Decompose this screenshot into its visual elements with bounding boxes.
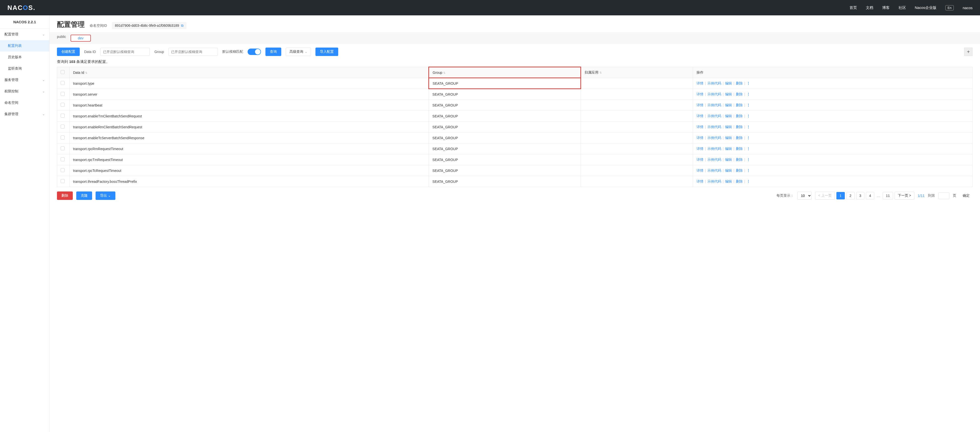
action-delete[interactable]: 删除	[736, 103, 743, 107]
action-detail[interactable]: 详情	[697, 103, 703, 107]
action-edit[interactable]: 编辑	[725, 103, 732, 107]
delete-button[interactable]: 删除	[57, 191, 73, 200]
action-edit[interactable]: 编辑	[725, 92, 732, 96]
jump-confirm-button[interactable]: 确定	[960, 192, 972, 199]
sidebar-item-listen-query[interactable]: 监听查询	[0, 63, 49, 74]
row-checkbox[interactable]	[60, 157, 65, 161]
action-example[interactable]: 示例代码	[707, 169, 721, 172]
action-more-icon[interactable]: ⋮	[747, 92, 751, 96]
fuzzy-switch[interactable]	[248, 49, 261, 55]
action-detail[interactable]: 详情	[697, 158, 703, 161]
dataid-input[interactable]	[100, 48, 150, 56]
action-detail[interactable]: 详情	[697, 169, 703, 172]
select-all-checkbox[interactable]	[60, 70, 65, 74]
advanced-search-button[interactable]: 高级查询 ⌄	[286, 48, 311, 56]
action-example[interactable]: 示例代码	[707, 103, 721, 107]
tab-dev[interactable]: dev	[70, 35, 91, 41]
pagesize-select[interactable]: 10	[797, 192, 811, 200]
row-checkbox[interactable]	[60, 81, 65, 85]
sidebar-group-auth[interactable]: 权限控制 ⌄	[0, 86, 49, 97]
action-example[interactable]: 示例代码	[707, 158, 721, 161]
action-delete[interactable]: 删除	[736, 179, 743, 183]
query-button[interactable]: 查询	[266, 48, 281, 56]
group-input[interactable]	[169, 48, 218, 56]
next-page-button[interactable]: 下一页 >	[894, 192, 915, 200]
action-example[interactable]: 示例代码	[707, 136, 721, 140]
action-detail[interactable]: 详情	[697, 147, 703, 151]
action-example[interactable]: 示例代码	[707, 179, 721, 183]
action-edit[interactable]: 编辑	[725, 81, 732, 85]
action-edit[interactable]: 编辑	[725, 147, 732, 151]
action-edit[interactable]: 编辑	[725, 179, 732, 183]
export-button[interactable]: 导出 ⌄	[95, 191, 115, 200]
action-more-icon[interactable]: ⋮	[747, 136, 751, 140]
action-edit[interactable]: 编辑	[725, 125, 732, 129]
action-more-icon[interactable]: ⋮	[747, 158, 751, 161]
action-edit[interactable]: 编辑	[725, 114, 732, 118]
action-example[interactable]: 示例代码	[707, 147, 721, 151]
topnav-home[interactable]: 首页	[850, 5, 857, 10]
action-more-icon[interactable]: ⋮	[747, 114, 751, 118]
action-delete[interactable]: 删除	[736, 125, 743, 129]
action-detail[interactable]: 详情	[697, 114, 703, 118]
col-group[interactable]: Group⇅	[429, 67, 581, 78]
action-example[interactable]: 示例代码	[707, 114, 721, 118]
row-checkbox[interactable]	[60, 124, 65, 129]
page-4[interactable]: 4	[866, 192, 874, 199]
action-delete[interactable]: 删除	[736, 92, 743, 96]
action-edit[interactable]: 编辑	[725, 169, 732, 172]
col-dataid[interactable]: Data Id⇅	[70, 67, 429, 78]
sidebar-group-namespace[interactable]: 命名空间	[0, 97, 49, 108]
action-detail[interactable]: 详情	[697, 136, 703, 140]
row-checkbox[interactable]	[60, 103, 65, 107]
action-edit[interactable]: 编辑	[725, 136, 732, 140]
add-button[interactable]: +	[964, 48, 972, 56]
row-checkbox[interactable]	[60, 147, 65, 150]
action-more-icon[interactable]: ⋮	[747, 125, 751, 129]
topnav-community[interactable]: 社区	[899, 5, 906, 10]
action-detail[interactable]: 详情	[697, 92, 703, 96]
action-more-icon[interactable]: ⋮	[747, 169, 751, 172]
action-more-icon[interactable]: ⋮	[747, 103, 751, 107]
topnav-docs[interactable]: 文档	[866, 5, 873, 10]
sidebar-group-cluster[interactable]: 集群管理 ⌄	[0, 108, 49, 120]
action-detail[interactable]: 详情	[697, 179, 703, 183]
action-more-icon[interactable]: ⋮	[747, 81, 751, 85]
sidebar-item-history[interactable]: 历史版本	[0, 51, 49, 63]
import-config-button[interactable]: 导入配置	[315, 48, 338, 56]
jump-input[interactable]	[939, 193, 949, 199]
page-1[interactable]: 1	[837, 192, 845, 199]
prev-page-button[interactable]: < 上一页	[815, 192, 835, 200]
copy-icon[interactable]: ⧉	[181, 24, 183, 28]
row-checkbox[interactable]	[60, 114, 65, 118]
action-delete[interactable]: 删除	[736, 147, 743, 151]
page-3[interactable]: 3	[856, 192, 865, 199]
sidebar-group-config[interactable]: 配置管理 ⌄	[0, 29, 49, 40]
action-more-icon[interactable]: ⋮	[747, 147, 751, 151]
action-delete[interactable]: 删除	[736, 169, 743, 172]
row-checkbox[interactable]	[60, 179, 65, 183]
col-app[interactable]: 归属应用⇅	[581, 67, 693, 78]
sidebar-group-service[interactable]: 服务管理 ⌄	[0, 74, 49, 86]
tab-public[interactable]: public	[57, 35, 66, 41]
action-delete[interactable]: 删除	[736, 136, 743, 140]
action-example[interactable]: 示例代码	[707, 81, 721, 85]
clone-button[interactable]: 克隆	[76, 191, 92, 200]
row-checkbox[interactable]	[60, 168, 65, 172]
action-more-icon[interactable]: ⋮	[747, 179, 751, 183]
user-menu[interactable]: nacos	[963, 6, 972, 10]
sidebar-item-config-list[interactable]: 配置列表	[0, 40, 49, 51]
page-2[interactable]: 2	[846, 192, 855, 199]
topnav-blog[interactable]: 博客	[882, 5, 889, 10]
action-example[interactable]: 示例代码	[707, 125, 721, 129]
action-detail[interactable]: 详情	[697, 81, 703, 85]
action-detail[interactable]: 详情	[697, 125, 703, 129]
action-delete[interactable]: 删除	[736, 158, 743, 161]
create-config-button[interactable]: 创建配置	[57, 48, 80, 56]
row-checkbox[interactable]	[60, 135, 65, 139]
page-11[interactable]: 11	[883, 192, 893, 199]
action-delete[interactable]: 删除	[736, 81, 743, 85]
row-checkbox[interactable]	[60, 92, 65, 96]
lang-switch[interactable]: En	[945, 5, 954, 10]
topnav-enterprise[interactable]: Nacos企业版	[915, 5, 937, 10]
